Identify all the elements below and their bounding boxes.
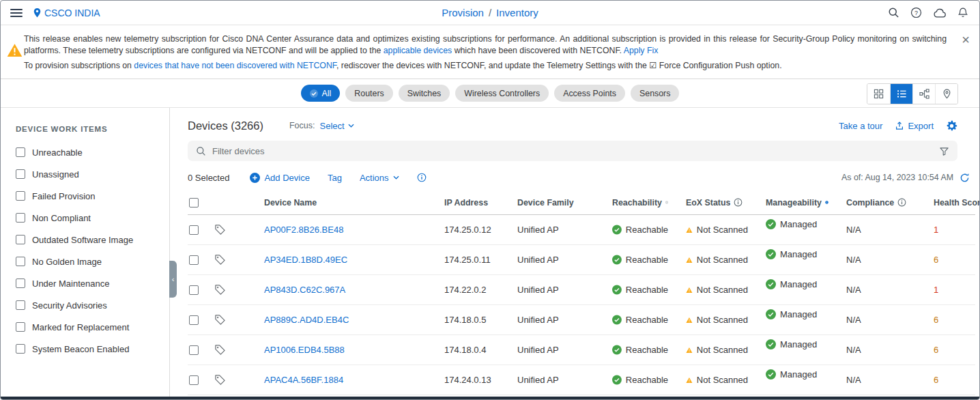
work-item-checkbox[interactable] [16,235,25,244]
device-type-filter-pill[interactable]: Access Points [554,85,625,102]
filter-pill-label: Access Points [563,89,616,98]
health-score-value[interactable]: 6 [934,255,938,265]
work-item-checkbox[interactable] [16,147,25,157]
reachability-label: Reachable [626,375,668,385]
health-score-value[interactable]: 1 [934,225,938,235]
manageability-cell: Managed [748,335,828,349]
breadcrumb-provision[interactable]: Provision [442,7,484,18]
export-link[interactable]: Export [895,121,934,131]
work-item-checkbox[interactable] [16,257,25,266]
netconf-devices-link[interactable]: devices that have not been discovered wi… [134,61,336,70]
actions-dropdown[interactable]: Actions [360,173,399,183]
chevron-down-icon [348,124,354,128]
tag-icon[interactable] [214,284,226,296]
focus-label: Focus: [289,121,315,130]
hamburger-menu-icon[interactable] [10,9,23,17]
check-circle-icon [766,369,776,380]
device-name-link[interactable]: AP843D.C62C.967A [264,285,345,295]
row-checkbox[interactable] [189,315,199,325]
search-icon[interactable] [888,7,899,18]
device-type-filter-pill[interactable]: Routers [345,85,392,102]
bell-icon[interactable] [957,7,968,18]
reachability-label: Reachable [626,345,668,355]
table-column-header: Health Score [916,198,975,208]
device-name-link[interactable]: AP00F2.8B26.BE48 [264,225,343,235]
info-icon[interactable] [417,173,427,182]
select-all-cell [188,198,205,208]
filter-pill-label: Routers [354,89,384,98]
work-item-checkbox[interactable] [16,278,25,288]
applicable-devices-link[interactable]: applicable devices [384,46,452,55]
device-type-filter-pill[interactable]: Wireless Controllers [455,85,549,102]
tag-button-label: Tag [328,173,342,183]
add-device-button[interactable]: Add Device [250,173,309,183]
work-item-checkbox[interactable] [16,169,25,179]
row-checkbox[interactable] [189,285,199,295]
site-name: CSCO INDIA [44,8,100,18]
device-type-filter-pill[interactable]: All [301,85,341,102]
work-item-label: Security Advisories [32,300,107,311]
refresh-icon[interactable] [960,173,970,183]
site-selector[interactable]: CSCO INDIA [33,8,100,18]
tag-button[interactable]: Tag [328,173,342,183]
row-checkbox-cell [188,375,205,385]
device-type-filter-row: All Routers Switches Wireless Controller… [1,79,979,108]
close-icon[interactable]: × [962,33,970,46]
eox-status-cell: Not Scanned [668,225,748,235]
work-item-checkbox[interactable] [16,322,25,332]
eox-status-label: Not Scanned [697,255,748,265]
tag-icon[interactable] [214,344,226,356]
check-circle-icon [612,315,622,325]
device-type-filter-pill[interactable]: Switches [399,85,450,102]
health-score-value[interactable]: 6 [934,315,938,325]
work-item-checkbox[interactable] [16,213,25,223]
settings-gear-icon[interactable] [946,120,957,132]
take-a-tour-link[interactable]: Take a tour [839,121,882,131]
health-score-value[interactable]: 6 [934,375,938,385]
health-score-value[interactable]: 1 [934,285,938,295]
header-left: CSCO INDIA [10,8,100,18]
apply-fix-link[interactable]: Apply Fix [624,46,659,55]
breadcrumb-inventory[interactable]: Inventory [496,7,538,18]
focus-select-dropdown[interactable]: Select [319,121,354,131]
warning-triangle-icon [686,285,693,295]
row-tag-cell [205,224,246,235]
work-item-checkbox[interactable] [16,191,25,201]
tag-icon[interactable] [214,254,226,266]
table-column-header: Reachability [594,198,668,208]
filter-devices-input[interactable] [212,146,933,156]
work-item-label: Unassigned [32,169,79,180]
cloud-icon[interactable] [933,8,947,18]
work-item-checkbox[interactable] [16,300,25,310]
tag-icon[interactable] [214,224,226,235]
ip-address: 174.25.0.11 [427,255,500,265]
row-checkbox[interactable] [189,225,199,235]
map-view-icon[interactable] [935,84,957,104]
device-type-filter-pill[interactable]: Sensors [631,85,679,102]
manageability-cell: Managed [748,365,828,380]
select-all-checkbox[interactable] [189,198,199,208]
device-name-link[interactable]: AP1006.EDB4.5B88 [264,345,345,355]
filter-funnel-icon[interactable] [939,146,949,156]
device-work-item: Marked for Replacement [16,316,162,338]
plus-circle-icon [250,173,260,183]
health-score-value[interactable]: 6 [934,345,938,355]
grid-view-icon[interactable] [867,84,890,104]
device-work-item: Outdated Software Image [16,229,162,251]
row-checkbox[interactable] [189,255,199,265]
device-name-link[interactable]: AP34ED.1B8D.49EC [264,255,347,265]
device-name-link[interactable]: APAC4A.56BF.1884 [264,375,343,385]
topology-view-icon[interactable] [912,84,935,104]
list-view-icon[interactable] [890,84,912,104]
row-checkbox[interactable] [189,375,199,385]
work-item-checkbox[interactable] [16,344,25,354]
row-checkbox[interactable] [189,345,199,355]
device-name-link[interactable]: AP889C.AD4D.EB4C [264,315,349,325]
column-info-icon[interactable] [734,198,743,207]
tag-icon[interactable] [214,374,226,386]
tag-icon[interactable] [214,314,226,326]
help-icon[interactable]: ? [910,7,922,18]
column-info-icon[interactable] [897,198,906,207]
manageability-cell: Managed [748,215,828,229]
sidebar-collapse-handle[interactable]: ‹ [169,261,177,298]
